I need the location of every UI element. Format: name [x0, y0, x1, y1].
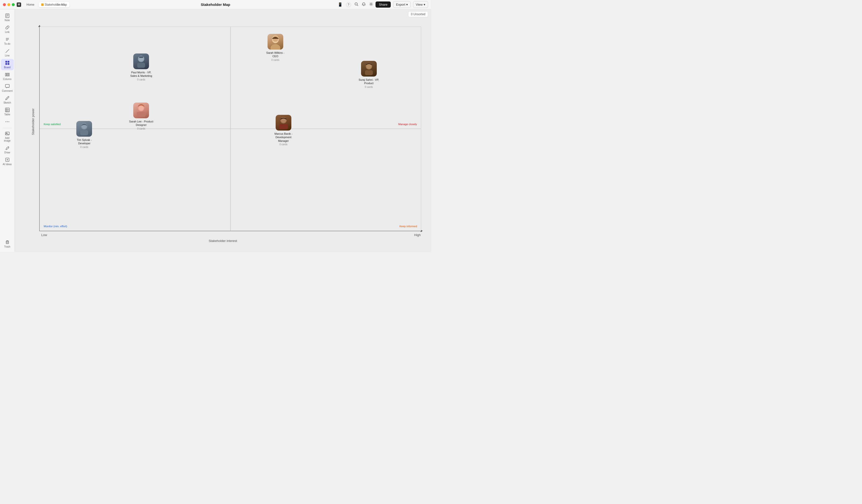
high-interest-label: High: [414, 233, 421, 237]
export-label: Export: [396, 3, 405, 6]
person-card-marcus-banik[interactable]: Marcus Banik - Development Manager 0 car…: [271, 115, 296, 146]
person-card-paul-morris[interactable]: Paul Morris - VP, Sales & Marketing 0 ca…: [129, 53, 153, 81]
help-icon[interactable]: ?: [346, 2, 351, 7]
sidebar-item-line-label: Line: [5, 54, 10, 57]
svg-rect-17: [8, 73, 9, 76]
sidebar-item-link-label: Link: [5, 31, 9, 34]
sidebar-item-ai-ideas[interactable]: AI Ideas: [1, 156, 14, 167]
maximize-button[interactable]: [12, 3, 15, 6]
svg-point-34: [271, 44, 280, 50]
svg-rect-37: [137, 63, 145, 68]
unsorted-count: 0 Unsorted: [411, 13, 425, 16]
svg-rect-44: [137, 112, 146, 117]
sidebar-item-sketch-label: Sketch: [3, 101, 11, 104]
close-button[interactable]: [3, 3, 6, 6]
minimize-button[interactable]: [8, 3, 10, 6]
map-container: Stakeholder power High Low High Stakehol…: [19, 19, 426, 247]
avatar-suraj-sahni: [361, 61, 377, 77]
sidebar-item-add-image[interactable]: Add image: [1, 130, 14, 144]
person-cards-tim-spivak: 0 cards: [80, 146, 88, 148]
person-name-tim-spivak: Tim Spivak - Developer: [72, 138, 96, 145]
person-card-suraj-sahni[interactable]: Suraj Sahni - VP, Product 0 cards: [357, 61, 381, 88]
svg-rect-16: [7, 73, 8, 76]
traffic-lights: [3, 3, 15, 6]
person-card-tim-spivak[interactable]: Tim Spivak - Developer 0 cards: [72, 121, 96, 148]
sidebar-item-note[interactable]: Note: [1, 12, 14, 23]
svg-rect-14: [8, 63, 9, 65]
titlebar: M Home Stakeholder Map Saved Stakeholder…: [0, 0, 431, 9]
view-chevron-icon: ▾: [423, 3, 425, 6]
sidebar-item-trash[interactable]: Trash: [1, 238, 14, 250]
svg-rect-11: [5, 61, 7, 63]
low-label: Low: [41, 233, 47, 237]
svg-line-1: [357, 5, 358, 6]
sidebar-item-link[interactable]: Link: [1, 24, 14, 35]
quadrant-bottom-left: Monitor (min. effort): [40, 129, 231, 231]
svg-point-0: [355, 3, 357, 5]
svg-point-23: [5, 121, 6, 122]
saved-status: Saved: [56, 3, 65, 6]
quadrant-bottom-left-label: Monitor (min. effort): [42, 223, 69, 229]
svg-point-25: [8, 121, 9, 122]
avatar-sarah-lee: [133, 103, 149, 118]
sidebar-item-column-label: Column: [3, 78, 11, 80]
titlebar-actions: 📱 ? Share Export ▾ View ▾: [338, 1, 428, 8]
svg-point-45: [139, 106, 144, 110]
person-cards-sarah-wilkins: 0 cards: [271, 59, 279, 61]
tab-home-label: Home: [26, 3, 34, 6]
sidebar-item-board[interactable]: Board: [1, 59, 14, 70]
avatar-sarah-wilkins: [267, 34, 283, 50]
sidebar-item-comment-label: Comment: [2, 90, 13, 92]
person-name-suraj-sahni: Suraj Sahni - VP, Product: [357, 78, 381, 85]
svg-rect-15: [5, 73, 6, 76]
svg-point-24: [7, 121, 8, 122]
quadrant-top-right: Manage closely: [231, 27, 421, 129]
svg-rect-39: [139, 56, 143, 58]
quadrant-top-left-label: Keep satisfied: [42, 121, 63, 127]
svg-point-2: [370, 3, 371, 5]
person-cards-sarah-lee: 0 cards: [137, 127, 145, 130]
tab-stakeholder-map[interactable]: Stakeholder Map: [39, 2, 69, 8]
sidebar-item-todo[interactable]: To-do: [1, 35, 14, 47]
person-name-sarah-lee: Sarah Lee - Product Designer: [129, 120, 153, 127]
sidebar-item-comment[interactable]: Comment: [1, 82, 14, 94]
settings-icon[interactable]: [369, 2, 373, 7]
person-card-sarah-lee[interactable]: Sarah Lee - Product Designer 0 cards: [129, 103, 153, 130]
svg-point-42: [366, 64, 371, 69]
quadrant-bottom-right: Keep informed: [231, 129, 421, 231]
unsorted-badge[interactable]: 0 Unsorted: [408, 11, 428, 17]
export-chevron-icon: ▾: [406, 3, 408, 6]
sidebar-item-line[interactable]: Line: [1, 47, 14, 58]
content-topbar: 0 Unsorted: [408, 11, 428, 17]
svg-line-10: [6, 49, 9, 53]
sidebar-item-column[interactable]: Column: [1, 71, 14, 82]
person-name-paul-morris: Paul Morris - VP, Sales & Marketing: [129, 71, 153, 78]
quadrant-top-right-label: Manage closely: [396, 121, 419, 127]
svg-rect-47: [80, 130, 88, 135]
sidebar-item-more[interactable]: [1, 118, 14, 127]
sidebar-item-sketch[interactable]: Sketch: [1, 94, 14, 106]
svg-rect-26: [5, 132, 9, 135]
tab-home[interactable]: Home: [24, 2, 37, 8]
svg-rect-18: [5, 84, 9, 87]
sidebar-item-draw[interactable]: Draw: [1, 144, 14, 155]
svg-rect-50: [279, 124, 288, 129]
sidebar-item-ai-ideas-label: AI Ideas: [3, 163, 12, 165]
person-card-sarah-wilkins[interactable]: Sarah Wilkins - CEO 0 cards: [263, 34, 288, 61]
sidebar-item-board-label: Board: [4, 66, 11, 69]
tab-dot: [41, 3, 44, 6]
phone-icon[interactable]: 📱: [338, 2, 343, 7]
person-cards-marcus-banik: 0 cards: [279, 143, 288, 146]
x-axis-label: Stakeholder interest: [209, 239, 237, 243]
sidebar-item-table[interactable]: Table: [1, 106, 14, 117]
search-icon[interactable]: [354, 2, 358, 7]
svg-rect-41: [365, 70, 373, 75]
main-layout: Note Link To-do Line Board Column: [0, 9, 431, 252]
page-title: Stakeholder Map: [201, 2, 230, 6]
view-button[interactable]: View ▾: [413, 1, 428, 8]
person-name-sarah-wilkins: Sarah Wilkins - CEO: [263, 51, 288, 58]
share-button[interactable]: Share: [376, 1, 391, 8]
export-button[interactable]: Export ▾: [393, 1, 410, 8]
sidebar: Note Link To-do Line Board Column: [0, 9, 15, 252]
bell-icon[interactable]: [362, 2, 366, 7]
